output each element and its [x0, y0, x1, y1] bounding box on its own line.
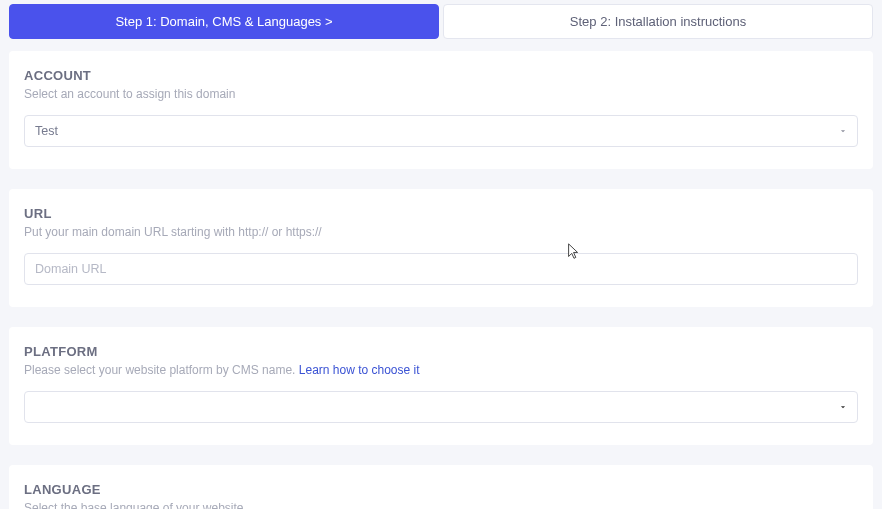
language-subtitle: Select the base language of your website — [24, 501, 858, 509]
domain-url-input[interactable] — [24, 253, 858, 285]
tab-step-1-label: Step 1: Domain, CMS & Languages > — [115, 14, 332, 29]
tab-step-2[interactable]: Step 2: Installation instructions — [443, 4, 873, 39]
url-subtitle: Put your main domain URL starting with h… — [24, 225, 858, 239]
account-select[interactable]: Test — [24, 115, 858, 147]
section-language: LANGUAGE Select the base language of you… — [9, 465, 873, 509]
platform-learn-link[interactable]: Learn how to choose it — [299, 363, 420, 377]
platform-subtitle: Please select your website platform by C… — [24, 363, 858, 377]
platform-subtitle-text: Please select your website platform by C… — [24, 363, 299, 377]
url-title: URL — [24, 206, 858, 221]
section-account: ACCOUNT Select an account to assign this… — [9, 51, 873, 169]
language-title: LANGUAGE — [24, 482, 858, 497]
tab-step-2-label: Step 2: Installation instructions — [570, 14, 746, 29]
account-select-value: Test — [35, 124, 58, 138]
platform-title: PLATFORM — [24, 344, 858, 359]
step-tabs: Step 1: Domain, CMS & Languages > Step 2… — [9, 4, 873, 39]
platform-select[interactable] — [24, 391, 858, 423]
account-subtitle: Select an account to assign this domain — [24, 87, 858, 101]
account-title: ACCOUNT — [24, 68, 858, 83]
section-url: URL Put your main domain URL starting wi… — [9, 189, 873, 307]
section-platform: PLATFORM Please select your website plat… — [9, 327, 873, 445]
tab-step-1[interactable]: Step 1: Domain, CMS & Languages > — [9, 4, 439, 39]
